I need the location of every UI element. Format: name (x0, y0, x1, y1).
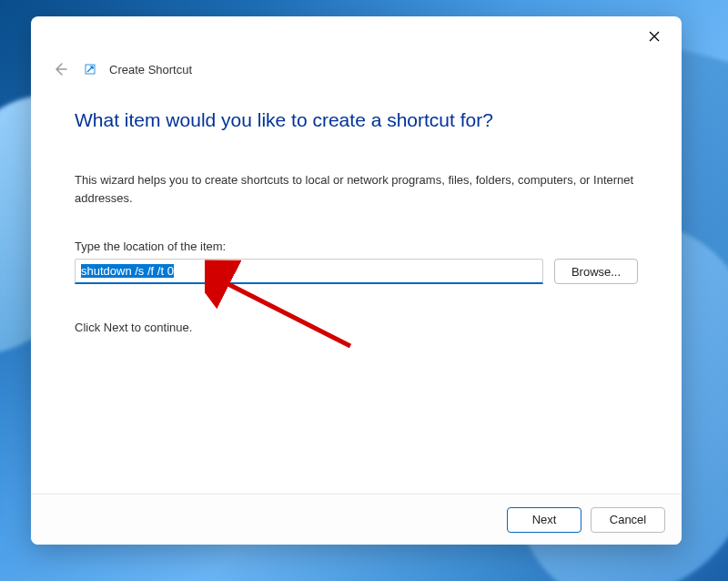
back-arrow-icon (53, 62, 67, 76)
input-row: shutdown /s /f /t 0 Browse... (75, 259, 638, 284)
cancel-button[interactable]: Cancel (591, 507, 665, 533)
description-text: This wizard helps you to create shortcut… (75, 171, 638, 207)
close-icon (649, 31, 660, 42)
location-input-selection: shutdown /s /f /t 0 (81, 264, 174, 278)
dialog-body: What item would you like to create a sho… (31, 82, 682, 494)
continue-text: Click Next to continue. (75, 321, 638, 334)
dialog-footer: Next Cancel (31, 494, 682, 545)
location-input[interactable]: shutdown /s /f /t 0 (75, 259, 543, 284)
location-label: Type the location of the item: (75, 240, 638, 253)
browse-button[interactable]: Browse... (554, 259, 638, 284)
back-button[interactable] (49, 58, 71, 80)
close-button[interactable] (640, 22, 669, 51)
nav-row: Create Shortcut (31, 56, 682, 82)
breadcrumb: Create Shortcut (109, 63, 192, 76)
next-button[interactable]: Next (507, 507, 581, 533)
create-shortcut-dialog: Create Shortcut What item would you like… (31, 16, 682, 545)
shortcut-icon (84, 63, 96, 76)
dialog-titlebar (31, 16, 682, 56)
page-heading: What item would you like to create a sho… (75, 109, 638, 131)
